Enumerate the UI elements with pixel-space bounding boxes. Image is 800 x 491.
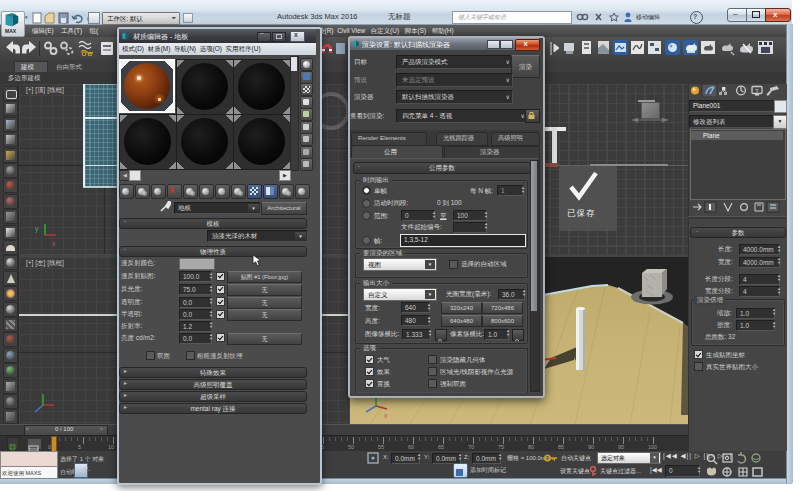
- svg-text:x: x: [384, 412, 388, 418]
- svg-text:y: y: [35, 225, 39, 233]
- svg-text:x: x: [52, 240, 56, 247]
